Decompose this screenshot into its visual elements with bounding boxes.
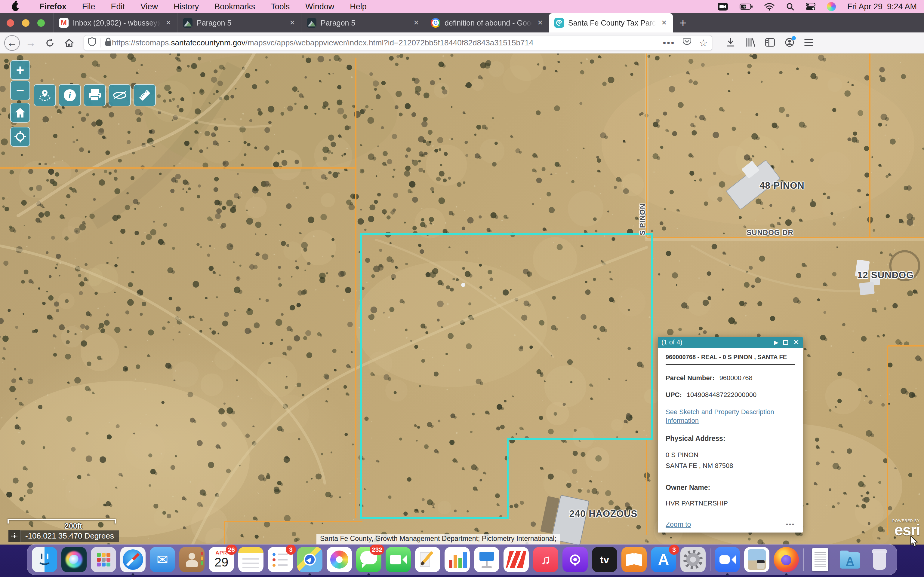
home-button[interactable] xyxy=(61,35,78,52)
tab-close-icon[interactable]: ✕ xyxy=(536,19,544,27)
dock-reminders-icon[interactable]: 3 xyxy=(268,547,293,572)
dock-books-icon[interactable] xyxy=(622,547,647,572)
popup-next-feature-icon[interactable]: ▶ xyxy=(774,339,779,346)
zoom-to-link[interactable]: Zoom to xyxy=(666,521,691,529)
control-center-icon[interactable] xyxy=(806,3,816,11)
zoom-in-button[interactable]: + xyxy=(10,60,30,80)
dock-numbers-icon[interactable] xyxy=(444,547,470,572)
coordinates-crosshair-icon[interactable] xyxy=(8,530,21,542)
dock-messages-icon[interactable]: 232 xyxy=(356,547,381,572)
dock-calendar-icon[interactable]: APR 29 26 xyxy=(209,547,234,572)
dock-contacts-icon[interactable] xyxy=(179,547,205,572)
menu-history[interactable]: History xyxy=(166,2,207,11)
url-text[interactable]: https://sfcomaps.santafecountynm.gov/map… xyxy=(112,38,659,47)
dock-maps-icon[interactable] xyxy=(297,547,322,572)
back-button[interactable]: ← xyxy=(4,35,20,51)
sidebar-toggle-icon[interactable] xyxy=(765,38,775,48)
dock-system-preferences-icon[interactable] xyxy=(680,547,706,572)
dock-document-icon[interactable] xyxy=(808,547,833,572)
dock-siri-icon[interactable] xyxy=(61,547,87,572)
info-tool-button[interactable]: i xyxy=(59,84,81,106)
firefox-tab-bar: M Inbox (20,902) - wbussey@gma ✕ Paragon… xyxy=(0,13,924,32)
screen-recording-icon[interactable] xyxy=(717,2,728,11)
zoom-window-button[interactable] xyxy=(37,19,45,27)
library-icon[interactable] xyxy=(745,38,755,48)
app-menu-icon[interactable] xyxy=(804,39,813,47)
measure-tool-button[interactable] xyxy=(134,84,156,106)
new-tab-button[interactable]: + xyxy=(673,13,693,32)
divider xyxy=(100,39,100,47)
tab-santa-fe-parcel-viewer[interactable]: Santa Fe County Tax Parcel Vie ✕ xyxy=(549,13,673,32)
tab-close-icon[interactable]: ✕ xyxy=(165,19,172,27)
url-bar[interactable]: https://sfcomaps.santafecountynm.gov/map… xyxy=(84,35,712,51)
account-icon[interactable] xyxy=(785,38,794,48)
siri-icon[interactable] xyxy=(827,2,836,11)
popup-header[interactable]: (1 of 4) ▶ ✕ xyxy=(658,337,803,348)
popup-close-icon[interactable]: ✕ xyxy=(793,338,799,347)
menu-tools[interactable]: Tools xyxy=(263,2,297,11)
dock-applications-folder-icon[interactable]: A xyxy=(837,547,863,572)
menu-window[interactable]: Window xyxy=(297,2,342,11)
dock-zoom-icon[interactable] xyxy=(715,547,740,572)
downloads-icon[interactable] xyxy=(726,38,735,48)
tab-close-icon[interactable]: ✕ xyxy=(288,19,296,27)
gmail-icon: M xyxy=(59,18,69,27)
tracking-protection-shield-icon[interactable] xyxy=(88,37,96,48)
dock-keynote-icon[interactable] xyxy=(474,547,499,572)
dock-news-icon[interactable] xyxy=(504,547,529,572)
tab-close-icon[interactable]: ✕ xyxy=(660,19,668,27)
running-indicator xyxy=(368,574,370,576)
dock-preview-image-icon[interactable] xyxy=(744,547,769,572)
forward-button[interactable]: → xyxy=(22,35,39,52)
dock-firefox-icon[interactable] xyxy=(774,547,799,572)
menu-firefox[interactable]: Firefox xyxy=(32,2,74,11)
parcel-number-value: 960000768 xyxy=(719,374,753,382)
lock-icon[interactable] xyxy=(105,37,112,48)
sketch-property-description-link[interactable]: See Sketch and Property Description Info… xyxy=(666,408,792,425)
dock-facetime-icon[interactable] xyxy=(386,547,411,572)
menu-view[interactable]: View xyxy=(132,2,166,11)
dock-mail-icon[interactable]: ✉ xyxy=(150,547,175,572)
menu-file[interactable]: File xyxy=(74,2,103,11)
draw-tool-button[interactable] xyxy=(108,84,131,106)
print-tool-button[interactable] xyxy=(84,84,106,106)
dock-pages-icon[interactable] xyxy=(415,547,440,572)
pocket-icon[interactable] xyxy=(683,37,691,48)
home-extent-button[interactable] xyxy=(10,103,30,122)
minimize-window-button[interactable] xyxy=(22,19,29,27)
dock-appletv-icon[interactable]: tv xyxy=(592,547,617,572)
dock-finder-icon[interactable] xyxy=(32,547,57,572)
bookmark-star-icon[interactable]: ☆ xyxy=(699,37,708,49)
close-window-button[interactable] xyxy=(6,19,14,27)
basemap-tool-button[interactable] xyxy=(34,84,56,106)
menu-help[interactable]: Help xyxy=(342,2,375,11)
apple-menu-icon[interactable] xyxy=(12,3,19,11)
dock-notes-icon[interactable] xyxy=(238,547,263,572)
map-canvas[interactable]: 48 PINON SUNDOG DR S PINON 12 SUNDOG 240… xyxy=(0,53,924,545)
my-location-button[interactable] xyxy=(10,127,30,147)
tab-close-icon[interactable]: ✕ xyxy=(412,19,420,27)
reload-button[interactable] xyxy=(42,35,58,52)
popup-maximize-icon[interactable] xyxy=(783,340,788,345)
dock-appstore-icon[interactable]: A 3 xyxy=(651,547,676,572)
tab-paragon-1[interactable]: Paragon 5 ✕ xyxy=(177,13,301,32)
menu-bookmarks[interactable]: Bookmarks xyxy=(207,2,263,11)
page-actions-icon[interactable]: ••• xyxy=(663,38,675,48)
dock-safari-icon[interactable] xyxy=(120,547,145,572)
tab-gmail-inbox[interactable]: M Inbox (20,902) - wbussey@gma ✕ xyxy=(53,13,177,32)
dock-trash-icon[interactable] xyxy=(867,547,892,572)
dock-music-icon[interactable]: ♫ xyxy=(533,547,558,572)
road-label-sundog-dr: SUNDOG DR xyxy=(746,228,793,237)
spotlight-search-icon[interactable] xyxy=(786,2,794,11)
tab-google-search[interactable]: definition of abound - Google S ✕ xyxy=(425,13,549,32)
popup-more-actions-icon[interactable]: ••• xyxy=(786,521,795,528)
dock-launchpad-icon[interactable] xyxy=(91,547,116,572)
battery-icon[interactable] xyxy=(740,3,753,10)
menu-bar-clock[interactable]: Fri Apr 29 9:24 AM xyxy=(847,2,917,11)
tab-paragon-2[interactable]: Paragon 5 ✕ xyxy=(301,13,425,32)
dock-photos-icon[interactable] xyxy=(327,547,352,572)
dock-podcasts-icon[interactable] xyxy=(562,547,588,572)
wifi-icon[interactable] xyxy=(764,3,774,11)
menu-edit[interactable]: Edit xyxy=(103,2,133,11)
zoom-out-button[interactable]: − xyxy=(10,81,30,100)
